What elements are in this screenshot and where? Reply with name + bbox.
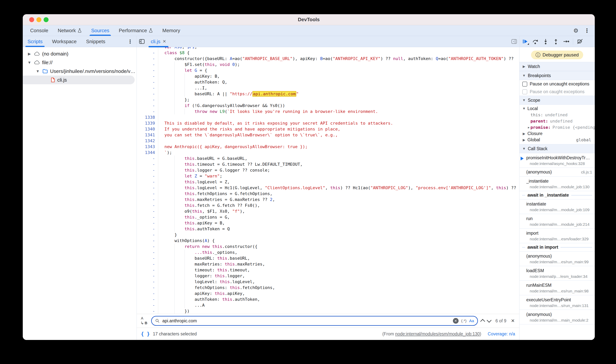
line-number[interactable]: -	[137, 185, 158, 191]
sidebar-tab-scripts[interactable]: Scripts	[23, 36, 47, 47]
line-number[interactable]: -	[137, 302, 158, 308]
call-stack-frame[interactable]: runMainESMnode:internal/m…es/run_main:98	[519, 281, 595, 295]
search-input[interactable]: api.anthropic.com ✕ (.*) Aa	[151, 316, 478, 326]
code-line[interactable]: -logLevel: this.logLevel,	[137, 279, 519, 285]
code-line[interactable]: -let Z = "warn";	[137, 173, 519, 179]
call-stack-frame[interactable]: runnode:internal/m…module_job:214	[519, 214, 595, 229]
code-line[interactable]: -$F1.set(this, void 0);	[137, 62, 519, 67]
code-line[interactable]: -apiKey: B,	[137, 73, 519, 79]
line-number[interactable]: -	[137, 202, 158, 208]
match-case-toggle[interactable]: Aa	[469, 319, 474, 323]
line-number[interactable]: -	[137, 56, 158, 62]
checkbox[interactable]	[522, 89, 527, 94]
source-map-link[interactable]: node:internal/modules/esm/module_job:130	[395, 331, 480, 336]
line-number[interactable]: -	[137, 255, 158, 261]
step-button[interactable]	[561, 37, 571, 46]
line-number[interactable]: -	[137, 97, 158, 103]
line-number[interactable]: -	[137, 285, 158, 290]
scope-section-header[interactable]: ▼ Scope	[519, 96, 595, 105]
call-stack-frame[interactable]: (anonymous)node:internal/m…main_module:2	[519, 310, 595, 325]
deactivate-breakpoints-button[interactable]	[575, 37, 585, 46]
code-line[interactable]: -apiKey: this.apiKey,	[137, 290, 519, 296]
line-number[interactable]: -	[137, 220, 158, 226]
code-line[interactable]: -authToken: Q,	[137, 79, 519, 85]
code-line[interactable]: 1340If you understand the risks and have…	[137, 126, 519, 132]
step-out-button[interactable]	[551, 37, 561, 46]
line-number[interactable]: -	[137, 273, 158, 279]
call-stack-frame[interactable]: loadESMnode:internal/p…/esm_loader:34	[519, 266, 595, 281]
line-number[interactable]: -	[137, 50, 158, 56]
call-stack-frame[interactable]: instantiatenode:internal/m…module_job:10…	[519, 199, 595, 214]
breakpoint-option[interactable]: Pause on uncaught exceptions	[519, 80, 595, 88]
line-number[interactable]: -	[137, 108, 158, 114]
line-number[interactable]: -	[137, 85, 158, 91]
line-number[interactable]: -	[137, 308, 158, 314]
line-number[interactable]: -	[137, 226, 158, 232]
line-number[interactable]: -	[137, 279, 158, 285]
code-line[interactable]: 1341you can set the \`dangerouslyAllowBr…	[137, 132, 519, 138]
call-stack-frame[interactable]: (anonymous)node:internal/m…es/run_main:9…	[519, 251, 595, 266]
line-number[interactable]: 1341	[137, 132, 158, 138]
watch-section-header[interactable]: ▶ Watch	[519, 62, 595, 71]
code-line[interactable]: 1343new Anthropic({ apiKey, dangerouslyA…	[137, 144, 519, 150]
code-line[interactable]: 1344`);	[137, 150, 519, 156]
line-number[interactable]: -	[137, 156, 158, 161]
code-line[interactable]: -this.authToken = Q	[137, 226, 519, 232]
code-line[interactable]: -this.logLevel = Z,	[137, 179, 519, 185]
line-number[interactable]: -	[137, 208, 158, 214]
code-line[interactable]: -withOptions(A) {	[137, 238, 519, 244]
code-line[interactable]: -fetchOptions: this.fetchOptions,	[137, 285, 519, 290]
tree-item-cli-js[interactable]: cli.js	[23, 76, 135, 84]
line-number[interactable]	[137, 47, 158, 50]
code-line[interactable]: -...I,	[137, 85, 519, 91]
code-line[interactable]: -return new this.constructor({	[137, 244, 519, 249]
tab-cli-js[interactable]: cli.js ✕	[148, 36, 169, 47]
code-line[interactable]: -o9(this, $F1, Xs0, "f"),	[137, 208, 519, 214]
line-number[interactable]: 1340	[137, 126, 158, 132]
search-query[interactable]: api.anthropic.com	[162, 318, 450, 324]
code-line[interactable]: -let G = {	[137, 67, 519, 73]
line-number[interactable]: -	[137, 296, 158, 302]
code-line[interactable]: -this.logger = G.logger ?? console;	[137, 167, 519, 173]
resume-script-button[interactable]	[520, 37, 530, 46]
code-line[interactable]: -logger: this.logger,	[137, 273, 519, 279]
call-stack-frame[interactable]: _instantiatenode:internal/m…module_job:1…	[519, 177, 595, 191]
step-into-button[interactable]	[541, 37, 551, 46]
line-number[interactable]: -	[137, 196, 158, 202]
line-number[interactable]: -	[137, 267, 158, 273]
call-stack-frame[interactable]: importnode:internal/m…esm/loader:329	[519, 229, 595, 243]
call-stack-frame[interactable]: promiseInitHookWithDestroyTr…node:intern…	[519, 153, 595, 168]
code-line[interactable]: -}	[137, 232, 519, 238]
toggle-debugger-sidebar-icon[interactable]	[509, 36, 519, 47]
code-line[interactable]: 1338	[137, 114, 519, 120]
regex-toggle[interactable]: (.*)	[461, 319, 467, 323]
line-number[interactable]: -	[137, 232, 158, 238]
code-line[interactable]: -...A	[137, 302, 519, 308]
previous-match-icon[interactable]	[480, 319, 485, 324]
tree-item--no-domain-[interactable]: ▶(no domain)	[23, 50, 137, 58]
main-tab-performance[interactable]: Performance	[114, 25, 158, 36]
scope-variable[interactable]: ▶promise:Promise {<pending>}	[519, 124, 595, 130]
line-number[interactable]: -	[137, 179, 158, 185]
sidebar-tab-snippets[interactable]: Snippets	[81, 36, 110, 47]
line-number[interactable]: -	[137, 214, 158, 220]
line-number[interactable]: -	[137, 173, 158, 179]
settings-gear-icon[interactable]: ⚙	[573, 27, 578, 34]
code-line[interactable]: -this.fetch = G.fetch ?? Fs0(),	[137, 202, 519, 208]
code-line[interactable]: -this.baseURL = G.baseURL,	[137, 156, 519, 161]
scope-variable[interactable]: parent:undefined	[519, 118, 595, 124]
line-number[interactable]: -	[137, 91, 158, 97]
line-number[interactable]: -	[137, 261, 158, 267]
sidebar-tab-workspace[interactable]: Workspace	[47, 36, 81, 47]
code-line[interactable]: -this.maxRetries = G.maxRetries ?? 2,	[137, 196, 519, 202]
line-number[interactable]: -	[137, 290, 158, 296]
code-line[interactable]: -this._options = G,	[137, 214, 519, 220]
code-line[interactable]: -})	[137, 308, 519, 314]
call-stack-section-header[interactable]: ▼ Call Stack	[519, 144, 595, 153]
line-number[interactable]: -	[137, 249, 158, 255]
more-options-icon[interactable]: ⋮	[584, 27, 590, 34]
main-tab-sources[interactable]: Sources	[86, 25, 114, 36]
scope-group-global[interactable]: ▶Globalglobal	[519, 137, 595, 143]
code-line[interactable]: -this.apiKey = B,	[137, 220, 519, 226]
clear-search-icon[interactable]: ✕	[453, 318, 459, 324]
